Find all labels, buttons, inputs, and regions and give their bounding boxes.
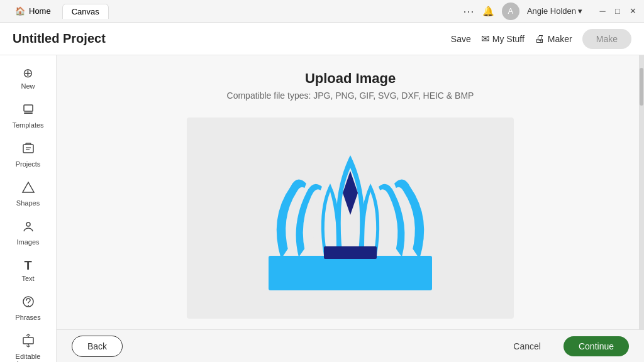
sidebar-item-images-label: Images (16, 238, 39, 246)
svg-rect-18 (269, 256, 432, 290)
image-preview (187, 118, 514, 319)
sidebar-item-new[interactable]: ⊕ New (4, 60, 52, 95)
svg-rect-9 (23, 337, 33, 344)
svg-rect-2 (23, 145, 33, 153)
svg-point-6 (26, 222, 30, 226)
svg-rect-0 (24, 105, 33, 111)
titlebar-controls: ⋯ 🔔 A Angie Holden ▾ ─ □ ✕ (463, 3, 638, 20)
sidebar-item-text[interactable]: T Text (4, 253, 52, 287)
sidebar-item-templates-label: Templates (12, 121, 43, 129)
image-preview-container[interactable] (57, 107, 644, 329)
mail-icon: ✉ (481, 33, 489, 45)
scrollbar-thumb[interactable] (640, 68, 643, 106)
new-icon: ⊕ (23, 65, 33, 80)
svg-point-8 (28, 305, 29, 306)
page-title: Untitled Project (13, 31, 451, 46)
my-stuff-label: My Stuff (492, 34, 525, 44)
maximize-button[interactable]: □ (613, 6, 623, 16)
maker-label: Maker (548, 34, 572, 44)
cancel-button[interactable]: Cancel (501, 336, 553, 356)
tab-home[interactable]: 🏠 Home (6, 4, 60, 18)
tab-canvas[interactable]: Canvas (62, 4, 109, 19)
sidebar-item-new-label: New (21, 82, 35, 90)
images-icon (21, 219, 35, 236)
sidebar-item-projects-label: Projects (16, 160, 41, 168)
tab-list: 🏠 Home Canvas (6, 4, 463, 19)
sidebar-item-editable-images-label: Editable Images (8, 353, 48, 362)
main-layout: ⊕ New Templates Projects Shapes Images (0, 55, 644, 362)
sidebar: ⊕ New Templates Projects Shapes Images (0, 55, 57, 362)
shapes-icon (21, 180, 35, 197)
svg-marker-5 (23, 182, 34, 192)
title-bar: 🏠 Home Canvas ⋯ 🔔 A Angie Holden ▾ ─ □ ✕ (0, 0, 644, 23)
header-actions: Save ✉ My Stuff 🖨 Maker Make (451, 29, 631, 49)
save-button[interactable]: Save (451, 34, 471, 44)
close-button[interactable]: ✕ (628, 6, 638, 16)
tab-canvas-label: Canvas (72, 7, 99, 16)
sidebar-item-editable-images[interactable]: Editable Images (4, 329, 52, 362)
user-name[interactable]: Angie Holden ▾ (527, 6, 582, 16)
sidebar-item-images[interactable]: Images (4, 214, 52, 251)
avatar: A (502, 3, 519, 20)
crown-image (256, 136, 445, 300)
content-area: Upload Image Compatible file types: JPG,… (57, 55, 644, 329)
sidebar-item-text-label: Text (21, 275, 34, 282)
continue-button[interactable]: Continue (564, 336, 629, 356)
svg-rect-1 (24, 112, 33, 114)
templates-icon (21, 102, 35, 119)
app-header: Untitled Project Save ✉ My Stuff 🖨 Maker… (0, 23, 644, 55)
make-button[interactable]: Make (582, 29, 631, 49)
chevron-down-icon: ▾ (578, 6, 582, 16)
bell-icon[interactable]: 🔔 (482, 6, 494, 17)
bottom-bar: Back Cancel Continue (57, 329, 644, 362)
my-stuff-button[interactable]: ✉ My Stuff (481, 33, 525, 45)
upload-title: Upload Image (57, 70, 644, 87)
upload-subtitle: Compatible file types: JPG, PNG, GIF, SV… (57, 90, 644, 101)
sidebar-item-projects[interactable]: Projects (4, 136, 52, 173)
tab-home-label: Home (29, 6, 51, 16)
bottom-right-actions: Cancel Continue (501, 336, 629, 356)
upload-header: Upload Image Compatible file types: JPG,… (57, 55, 644, 107)
text-icon: T (24, 258, 31, 273)
scrollbar[interactable] (639, 55, 644, 329)
sidebar-item-phrases[interactable]: Phrases (4, 290, 52, 326)
svg-rect-20 (324, 246, 377, 259)
back-button[interactable]: Back (72, 336, 123, 357)
phrases-icon (21, 295, 35, 312)
projects-icon (21, 141, 35, 158)
more-options-icon[interactable]: ⋯ (463, 4, 475, 18)
sidebar-item-templates[interactable]: Templates (4, 97, 52, 134)
sidebar-item-shapes-label: Shapes (16, 199, 40, 207)
sidebar-item-shapes[interactable]: Shapes (4, 175, 52, 212)
printer-icon: 🖨 (535, 33, 545, 45)
home-icon: 🏠 (15, 6, 25, 16)
editable-images-icon (21, 334, 35, 351)
minimize-button[interactable]: ─ (597, 6, 608, 16)
sidebar-item-phrases-label: Phrases (15, 314, 40, 321)
content-wrapper: Upload Image Compatible file types: JPG,… (57, 55, 644, 362)
save-label: Save (451, 34, 471, 44)
maker-button[interactable]: 🖨 Maker (535, 33, 572, 45)
window-controls: ─ □ ✕ (597, 6, 638, 16)
